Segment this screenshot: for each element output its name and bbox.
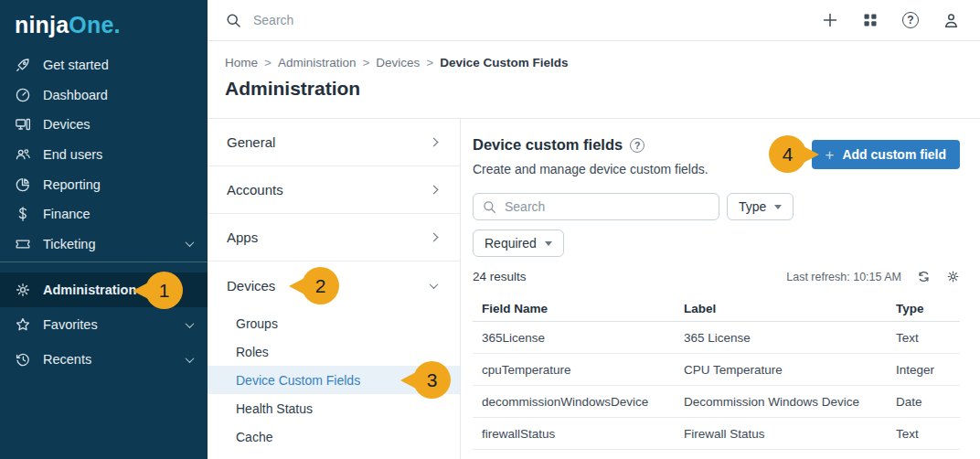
finance-icon — [15, 206, 31, 222]
add-custom-field-button[interactable]: + Add custom field — [812, 140, 961, 169]
filters-row: Type — [473, 193, 960, 220]
subnav-item-roles[interactable]: Roles — [208, 337, 460, 366]
sidebar-item-recents[interactable]: Recents — [0, 342, 208, 377]
sidebar-item-label: Finance — [43, 207, 91, 221]
sidebar-item-label: Dashboard — [43, 88, 108, 102]
plus-icon: + — [826, 147, 835, 163]
sidebar-divider — [0, 262, 208, 262]
app-window: ninjaOne. Get started Dashboard Devices … — [0, 0, 980, 459]
subnav-item-label: Devices — [227, 278, 275, 294]
cell-label: 365 License — [684, 331, 896, 345]
required-filter-dropdown[interactable]: Required — [473, 230, 564, 257]
logo-text-accent: One. — [69, 12, 120, 37]
sidebar-item-label: End users — [43, 147, 102, 162]
field-search-input[interactable] — [505, 199, 709, 214]
chevron-down-icon — [430, 280, 439, 289]
panel-title: Device custom fields — [473, 136, 623, 154]
breadcrumb-device-custom-fields: Device Custom Fields — [440, 56, 568, 69]
breadcrumb-home[interactable]: Home — [225, 56, 258, 69]
breadcrumb-separator: > — [426, 56, 433, 69]
sidebar-item-label: Get started — [43, 58, 109, 72]
subnav-item-apps[interactable]: Apps — [208, 214, 460, 262]
breadcrumb-devices[interactable]: Devices — [376, 56, 420, 69]
dashboard-icon — [15, 87, 31, 103]
table-row[interactable]: 365License 365 License Text — [473, 322, 960, 354]
table-row[interactable]: firewallStatus Firewall Status Text — [473, 418, 960, 450]
subnav-item-label: General — [227, 134, 275, 150]
sidebar-item-dashboard[interactable]: Dashboard — [0, 80, 208, 111]
subnav-item-health-status[interactable]: Health Status — [208, 394, 460, 422]
sidebar-item-ticketing[interactable]: Ticketing — [0, 230, 208, 260]
page-head: Home > Administration > Devices > Device… — [208, 41, 980, 119]
sidebar-item-get-started[interactable]: Get started — [0, 50, 208, 80]
cell-field-name: decommissionWindowsDevice — [482, 395, 684, 409]
rocket-icon — [15, 57, 31, 73]
required-filter-label: Required — [485, 236, 537, 251]
sidebar-item-label: Recents — [43, 352, 91, 367]
user-profile-icon[interactable] — [943, 12, 960, 29]
cell-type: Text — [896, 331, 960, 345]
table-row[interactable]: decommissionWindowsDevice Decommission W… — [473, 386, 960, 418]
topbar-actions: ? — [822, 12, 960, 29]
sidebar-item-devices[interactable]: Devices — [0, 110, 208, 140]
caret-down-icon — [774, 205, 782, 209]
subnav-item-label: Apps — [227, 230, 258, 245]
type-filter-label: Type — [739, 199, 766, 214]
subnav-item-accounts[interactable]: Accounts — [208, 166, 460, 214]
gear-icon — [15, 282, 31, 298]
chevron-down-icon — [186, 238, 195, 247]
chevron-down-icon — [186, 319, 195, 328]
results-row: 24 results Last refresh: 10:15 AM — [473, 270, 960, 283]
sidebar-item-finance[interactable]: Finance — [0, 199, 208, 230]
table-row[interactable]: cpuTemperature CPU Temperature Integer — [473, 354, 960, 386]
sidebar-item-reporting[interactable]: Reporting — [0, 169, 208, 199]
subnav-item-cache[interactable]: Cache — [208, 422, 460, 451]
cell-field-name: cpuTemperature — [482, 363, 684, 377]
cell-label: CPU Temperature — [684, 363, 896, 377]
device-custom-fields-panel: Device custom fields ? Create and manage… — [461, 119, 980, 459]
help-icon[interactable]: ? — [902, 12, 919, 28]
cell-label: Firewall Status — [684, 427, 896, 441]
sidebar-item-end-users[interactable]: End users — [0, 140, 208, 170]
column-header-label: Label — [684, 302, 896, 315]
reporting-icon — [15, 176, 31, 193]
breadcrumb-separator: > — [264, 56, 272, 69]
last-refresh-label: Last refresh: 10:15 AM — [786, 271, 901, 283]
search-icon — [226, 13, 241, 28]
help-icon[interactable]: ? — [630, 138, 644, 153]
sidebar-item-label: Ticketing — [43, 237, 95, 251]
type-filter-dropdown[interactable]: Type — [727, 193, 794, 220]
cell-label: Decommission Windows Device — [684, 395, 896, 409]
primary-nav: Get started Dashboard Devices End users … — [0, 50, 208, 377]
refresh-icon[interactable] — [917, 270, 931, 283]
chevron-right-icon — [430, 186, 439, 195]
table-header-row: Field Name Label Type — [473, 295, 960, 322]
history-icon — [15, 351, 31, 368]
subnav-item-general[interactable]: General — [208, 119, 460, 166]
page-title: Administration — [225, 78, 980, 100]
topbar: ? — [208, 0, 980, 41]
cell-field-name: 365License — [482, 331, 684, 345]
callout-step-3: 3 — [413, 361, 451, 399]
field-search-box[interactable] — [473, 193, 719, 220]
chevron-right-icon — [430, 233, 439, 242]
add-icon[interactable] — [822, 12, 838, 28]
breadcrumb-administration[interactable]: Administration — [278, 56, 357, 69]
sidebar-item-label: Devices — [43, 117, 91, 132]
subnav-item-label: Accounts — [227, 182, 283, 197]
global-search-input[interactable] — [253, 13, 822, 27]
callout-step-4: 4 — [769, 135, 806, 173]
cell-type: Date — [896, 395, 960, 409]
end-users-icon — [15, 146, 31, 163]
cell-type: Integer — [896, 363, 960, 377]
sidebar-item-favorites[interactable]: Favorites — [0, 307, 208, 342]
apps-grid-icon[interactable] — [862, 12, 879, 28]
breadcrumb: Home > Administration > Devices > Device… — [225, 56, 980, 69]
sidebar-item-label: Reporting — [43, 177, 101, 192]
table-settings-gear-icon[interactable] — [946, 270, 960, 283]
subnav-item-groups[interactable]: Groups — [208, 309, 460, 337]
add-custom-field-label: Add custom field — [842, 147, 946, 162]
cell-field-name: firewallStatus — [482, 427, 684, 441]
ticketing-icon — [15, 236, 31, 252]
ninjaone-logo: ninjaOne. — [0, 0, 208, 48]
